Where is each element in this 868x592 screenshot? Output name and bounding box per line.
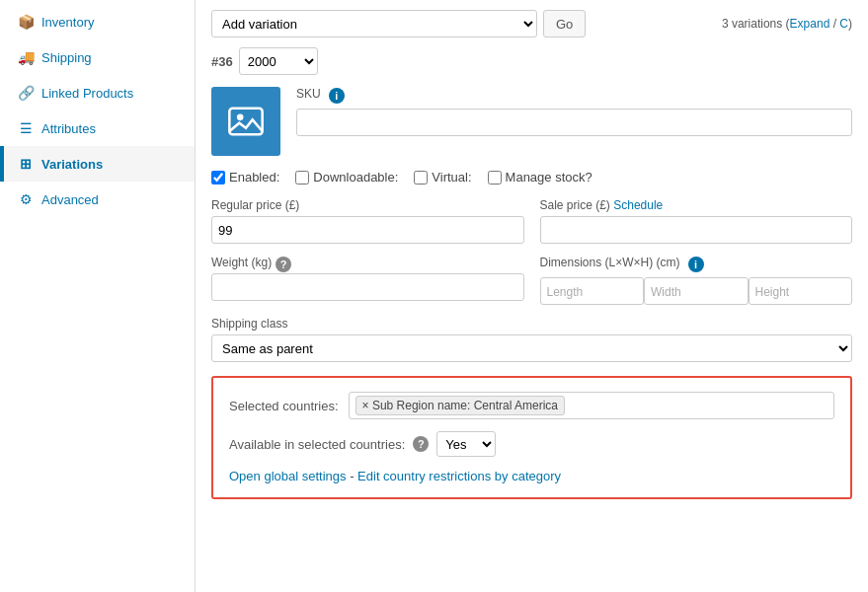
img-sku-row: SKU i [211, 87, 852, 156]
sku-help-icon[interactable]: i [329, 88, 345, 104]
svg-point-1 [237, 114, 244, 121]
expand-link[interactable]: Expand [790, 17, 830, 31]
sku-label: SKU [296, 87, 321, 101]
downloadable-checkbox-item[interactable]: Downloadable: [295, 170, 398, 185]
weight-dimensions-row: Weight (kg) ? Dimensions (L×W×H) (cm) i [211, 256, 852, 305]
sidebar-item-variations[interactable]: ⊞ Variations [0, 146, 195, 182]
sidebar-item-shipping[interactable]: 🚚 Shipping [0, 39, 195, 75]
image-icon [226, 102, 266, 141]
available-label: Available in selected countries: [229, 437, 405, 452]
linked-products-icon: 🔗 [18, 85, 34, 101]
variation-num-row: #36 2000 [211, 47, 852, 75]
length-input[interactable] [540, 277, 645, 305]
dimensions-inputs [540, 277, 853, 305]
selected-countries-label: Selected countries: [229, 399, 339, 413]
pricing-row: Regular price (£) Sale price (£) Schedul… [211, 198, 852, 244]
sidebar-item-label: Advanced [41, 192, 99, 207]
regular-price-input[interactable] [211, 216, 524, 244]
checkboxes-row: Enabled: Downloadable: Virtual: Manage s… [211, 170, 852, 185]
manage-stock-checkbox[interactable] [488, 171, 502, 185]
go-button[interactable]: Go [543, 10, 586, 37]
sale-price-input[interactable] [540, 216, 853, 244]
enabled-checkbox-item[interactable]: Enabled: [211, 170, 279, 185]
manage-stock-checkbox-item[interactable]: Manage stock? [488, 170, 592, 185]
weight-help-icon[interactable]: ? [276, 257, 291, 272]
downloadable-label: Downloadable: [313, 170, 398, 185]
country-tag: × Sub Region name: Central America [355, 396, 565, 415]
shipping-class-row: Shipping class Same as parent [211, 317, 852, 362]
available-help-icon[interactable]: ? [413, 436, 429, 452]
sidebar-item-advanced[interactable]: ⚙ Advanced [0, 182, 195, 217]
variation-number: #36 [211, 54, 233, 69]
add-variation-select[interactable]: Add variation [211, 10, 537, 37]
virtual-checkbox-item[interactable]: Virtual: [414, 170, 471, 185]
dimensions-label: Dimensions (L×W×H) (cm) [540, 256, 680, 269]
highlight-box: Selected countries: × Sub Region name: C… [211, 376, 852, 499]
height-input[interactable] [749, 277, 853, 305]
sku-input[interactable] [296, 109, 852, 136]
sidebar-item-label: Linked Products [41, 86, 133, 101]
sale-price-label: Sale price (£) Schedule [540, 198, 853, 212]
variations-count: 3 variations (Expand / C) [722, 17, 852, 31]
country-tag-text: × Sub Region name: Central America [362, 399, 558, 412]
regular-price-label: Regular price (£) [211, 198, 524, 212]
variations-icon: ⊞ [18, 156, 34, 172]
manage-stock-label: Manage stock? [506, 170, 592, 185]
sidebar-item-inventory[interactable]: 📦 Inventory [0, 4, 195, 39]
attributes-icon: ☰ [18, 120, 34, 136]
product-image[interactable] [211, 87, 280, 156]
weight-group: Weight (kg) ? [211, 256, 524, 305]
add-variation-row: Add variation Go 3 variations (Expand / … [211, 10, 852, 37]
dimensions-help-icon[interactable]: i [688, 257, 704, 272]
downloadable-checkbox[interactable] [295, 171, 309, 185]
shipping-class-select[interactable]: Same as parent [211, 334, 852, 362]
shipping-class-label: Shipping class [211, 317, 852, 331]
virtual-checkbox[interactable] [414, 171, 428, 185]
available-row: Available in selected countries: ? Yes N… [229, 431, 834, 457]
enabled-label: Enabled: [229, 170, 279, 185]
svg-rect-0 [229, 109, 262, 135]
width-input[interactable] [644, 277, 749, 305]
sidebar-item-linked-products[interactable]: 🔗 Linked Products [0, 75, 195, 111]
weight-input[interactable] [211, 273, 524, 301]
weight-label: Weight (kg) [211, 256, 272, 269]
sidebar-item-label: Variations [41, 157, 103, 172]
sidebar-item-label: Shipping [41, 50, 92, 65]
available-select[interactable]: Yes No [436, 431, 496, 457]
sale-price-group: Sale price (£) Schedule [540, 198, 853, 244]
countries-input-area[interactable]: × Sub Region name: Central America [349, 392, 834, 419]
sku-section: SKU i [296, 87, 852, 136]
inventory-icon: 📦 [18, 14, 34, 30]
main-content: Add variation Go 3 variations (Expand / … [196, 0, 868, 592]
collapse-link[interactable]: C [839, 17, 848, 31]
global-settings-row: Open global settings - Edit country rest… [229, 469, 834, 483]
advanced-icon: ⚙ [18, 191, 34, 207]
virtual-label: Virtual: [432, 170, 471, 185]
sidebar-item-label: Attributes [41, 121, 96, 136]
edit-country-restrictions-link[interactable]: Edit country restrictions by category [357, 469, 561, 483]
sidebar-item-label: Inventory [41, 15, 94, 30]
selected-countries-row: Selected countries: × Sub Region name: C… [229, 392, 834, 419]
schedule-link[interactable]: Schedule [613, 198, 663, 212]
enabled-checkbox[interactable] [211, 171, 225, 185]
variation-year-select[interactable]: 2000 [239, 47, 318, 75]
shipping-icon: 🚚 [18, 49, 34, 65]
sidebar-item-attributes[interactable]: ☰ Attributes [0, 111, 195, 146]
regular-price-group: Regular price (£) [211, 198, 524, 244]
sidebar: 📦 Inventory 🚚 Shipping 🔗 Linked Products… [0, 0, 196, 592]
open-global-settings-link[interactable]: Open global settings [229, 469, 347, 483]
dimensions-group: Dimensions (L×W×H) (cm) i [540, 256, 853, 305]
